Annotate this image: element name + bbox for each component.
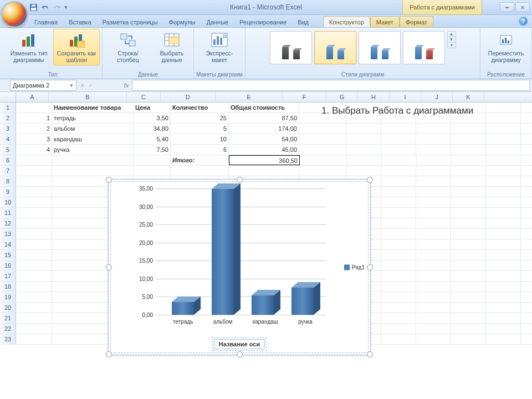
cell[interactable]	[451, 324, 486, 334]
cell[interactable]: 54,00	[229, 134, 299, 144]
cell[interactable]	[416, 282, 451, 291]
row-header[interactable]: 19	[0, 292, 16, 302]
cell[interactable]	[416, 218, 451, 228]
tab-chart-layout[interactable]: Макет	[370, 16, 400, 27]
cell[interactable]	[381, 124, 416, 134]
cell[interactable]	[451, 124, 486, 134]
cell[interactable]	[451, 208, 486, 218]
row-header[interactable]: 14	[0, 239, 16, 249]
cell[interactable]	[486, 271, 521, 281]
cell[interactable]	[134, 166, 171, 176]
office-button[interactable]	[1, 1, 28, 28]
tab-home[interactable]: Главная	[29, 17, 63, 27]
select-data-button[interactable]: Выбрать данные	[152, 29, 191, 65]
cell[interactable]	[486, 260, 521, 270]
cell[interactable]	[486, 197, 521, 207]
cell[interactable]	[486, 176, 521, 186]
cell[interactable]	[486, 187, 521, 197]
col-header[interactable]: B	[49, 92, 127, 102]
cell[interactable]	[16, 229, 52, 239]
cell[interactable]	[381, 313, 416, 323]
resize-handle[interactable]	[106, 351, 112, 357]
cell[interactable]	[381, 218, 416, 228]
cell[interactable]	[16, 176, 52, 186]
cell[interactable]: 34,80	[134, 124, 171, 134]
cell[interactable]: 25	[171, 113, 229, 123]
cell[interactable]: 360,50	[229, 155, 300, 165]
change-chart-type-button[interactable]: Изменить тип диаграммы	[6, 29, 52, 65]
chart-style-3[interactable]	[359, 31, 401, 64]
cell[interactable]: тетрадь	[52, 113, 134, 123]
col-header[interactable]: I	[390, 92, 421, 102]
cell[interactable]: 6	[171, 145, 229, 155]
cell[interactable]	[16, 208, 52, 218]
cell[interactable]	[381, 134, 416, 144]
row-header[interactable]: 10	[0, 197, 16, 207]
cell[interactable]: 4	[16, 145, 52, 155]
cell[interactable]	[417, 155, 452, 165]
cell[interactable]	[299, 124, 346, 134]
cell[interactable]	[347, 155, 382, 165]
row-header[interactable]: 7	[0, 166, 16, 176]
cell[interactable]	[451, 176, 486, 186]
row-header[interactable]: 23	[0, 334, 16, 344]
cell[interactable]	[486, 239, 521, 249]
close-button[interactable]: ✕	[515, 2, 530, 12]
save-as-template-button[interactable]: Сохранить как шаблон	[53, 29, 100, 65]
cell[interactable]: ручка	[52, 145, 134, 155]
save-icon[interactable]	[29, 3, 38, 12]
cell[interactable]	[486, 282, 521, 291]
cell[interactable]	[16, 239, 52, 249]
chart-style-2[interactable]	[314, 31, 356, 64]
cell[interactable]	[381, 303, 416, 313]
cell[interactable]	[486, 229, 521, 239]
cell[interactable]	[416, 334, 451, 344]
col-header[interactable]: K	[453, 92, 484, 102]
cell[interactable]	[451, 145, 486, 155]
cell[interactable]: 1	[16, 113, 52, 123]
cell[interactable]	[346, 124, 381, 134]
cell[interactable]: Цена	[134, 103, 171, 112]
col-header[interactable]: G	[326, 92, 358, 102]
chart-legend[interactable]: Ряд1	[344, 264, 365, 270]
quick-layout-button[interactable]: Экспресс-макет	[196, 29, 243, 65]
cell[interactable]: 2	[16, 124, 52, 134]
cell[interactable]	[451, 218, 486, 228]
styles-scroll[interactable]: ▲ ▼ ▾	[447, 31, 456, 48]
name-box[interactable]: Диаграмма 2▼	[10, 80, 76, 91]
cell[interactable]	[381, 250, 416, 260]
row-header[interactable]: 4	[0, 134, 16, 144]
cell[interactable]	[486, 208, 521, 218]
row-header[interactable]: 1	[0, 103, 16, 112]
spreadsheet-grid[interactable]: A B C D E F G H I J K 1Наименование това…	[0, 92, 532, 399]
chart-style-1[interactable]	[270, 31, 312, 64]
cell[interactable]: 174,00	[229, 124, 299, 134]
row-header[interactable]: 16	[0, 260, 16, 270]
cell[interactable]	[451, 250, 486, 260]
cell[interactable]: Наименование товара	[52, 103, 134, 112]
cell[interactable]: Количество	[171, 103, 229, 112]
cell[interactable]	[299, 145, 346, 155]
cell[interactable]	[486, 218, 521, 228]
cell[interactable]	[451, 239, 486, 249]
cell[interactable]	[299, 134, 346, 144]
cell[interactable]	[16, 292, 52, 302]
cell[interactable]	[381, 145, 416, 155]
cell[interactable]	[16, 324, 52, 334]
cell[interactable]	[416, 124, 451, 134]
cell[interactable]	[416, 197, 451, 207]
cell[interactable]: альбом	[52, 124, 134, 134]
cell[interactable]	[451, 229, 486, 239]
row-header[interactable]: 9	[0, 187, 16, 197]
cell[interactable]	[381, 292, 416, 302]
cell[interactable]	[300, 155, 347, 165]
cell[interactable]	[416, 187, 451, 197]
row-header[interactable]: 11	[0, 208, 16, 218]
col-header[interactable]: A	[16, 92, 49, 102]
row-header[interactable]: 17	[0, 271, 16, 281]
cell[interactable]	[451, 187, 486, 197]
cell[interactable]	[486, 313, 521, 323]
cell[interactable]	[451, 303, 486, 313]
cell[interactable]	[416, 303, 451, 313]
cell[interactable]	[381, 187, 416, 197]
